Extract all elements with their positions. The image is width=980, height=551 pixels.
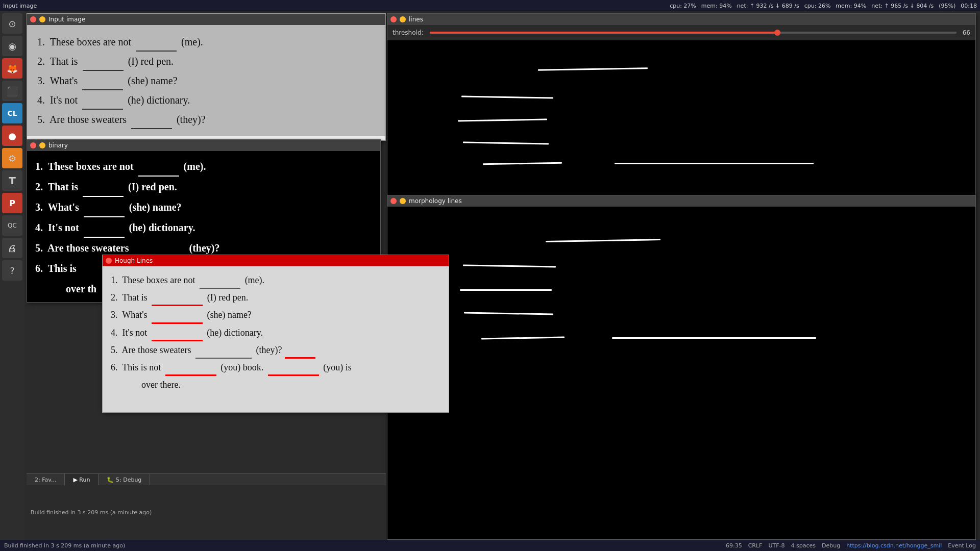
sidebar-btn-orange[interactable]: ⚙ (2, 148, 22, 168)
bottom-panel: 2: Fav... ▶ Run 🐛 5: Debug Build finishe… (27, 473, 386, 540)
close-btn-lines[interactable] (390, 16, 397, 22)
input-line-2: 2. That is (I) red pen. (37, 52, 375, 71)
sidebar-btn-red1[interactable]: ● (2, 126, 22, 146)
win-input-title: Input image (48, 16, 85, 23)
panel-content: Build finished in 3 s 209 ms (a minute a… (27, 485, 386, 540)
statusbar: Build finished in 3 s 209 ms (a minute a… (0, 540, 980, 551)
sidebar-btn-help[interactable]: ? (2, 260, 22, 281)
morph-detected-line (481, 337, 565, 340)
win-lines-title: lines (409, 16, 423, 23)
binary-line-3: 3. What's (she) name? (35, 197, 372, 217)
sidebar-btn-2[interactable]: ◉ (2, 36, 22, 56)
win-morph-title: morphology lines (409, 197, 462, 205)
close-btn-hough[interactable] (106, 258, 112, 264)
slider-thumb[interactable] (774, 30, 780, 36)
sidebar-btn-P[interactable]: P (2, 193, 22, 213)
win-input-titlebar[interactable]: Input image (27, 14, 385, 25)
net2-stat: net: ↑ 965 /s ↓ 804 /s (871, 3, 934, 9)
tab-run[interactable]: ▶ Run (65, 474, 99, 485)
debug-mode: Debug (822, 542, 840, 549)
morph-detected-line (464, 312, 553, 315)
battery-indicator: (95%) (939, 3, 955, 9)
min-btn-input[interactable] (39, 16, 45, 22)
threshold-value: 66 (963, 29, 970, 36)
cursor-position: 69:35 (726, 542, 742, 549)
line-ending: CRLF (748, 542, 763, 549)
binary-line-2: 2. That is (I) red pen. (35, 177, 372, 197)
min-btn-morph[interactable] (400, 198, 406, 204)
morph-canvas (387, 207, 975, 539)
input-line-3: 3. What's (she) name? (37, 71, 375, 90)
threshold-bar: threshold: 66 (387, 25, 975, 40)
win-lines-titlebar[interactable]: lines (387, 14, 975, 25)
cpu1-stat: cpu: 27% (670, 3, 696, 9)
detected-line (538, 67, 648, 71)
sidebar-btn-print[interactable]: 🖨 (2, 238, 22, 258)
cpu2-stat: cpu: 26% (804, 3, 831, 9)
close-btn-morph[interactable] (390, 198, 397, 204)
threshold-label: threshold: (393, 29, 424, 36)
win-input: Input image 1. These boxes are not (me).… (27, 13, 386, 141)
close-btn-binary[interactable] (30, 142, 36, 148)
detected-line (463, 142, 549, 145)
detected-line (483, 162, 562, 165)
clock: 00:18 (961, 3, 977, 9)
sidebar-btn-clion[interactable]: CL (2, 103, 22, 123)
hough-line-1: 1. These boxes are not (me). (111, 271, 440, 289)
hough-line-7: over there. (111, 376, 440, 393)
detected-line (461, 95, 553, 98)
net1-stat: net: ↑ 932 /s ↓ 689 /s (737, 3, 799, 9)
topbar-title: Input image (3, 3, 37, 9)
topbar: Input image cpu: 27% mem: 94% net: ↑ 932… (0, 0, 980, 11)
win-hough-title: Hough Lines (115, 257, 153, 264)
hough-line-3: 3. What's (she) name? (111, 306, 440, 323)
topbar-left: Input image (3, 3, 37, 9)
lines-canvas (387, 40, 975, 196)
win-hough-content: 1. These boxes are not (me). 2. That is … (103, 266, 449, 412)
file-encoding: UTF-8 (768, 542, 785, 549)
min-btn-binary[interactable] (39, 142, 45, 148)
slider-fill (430, 32, 777, 34)
mem2-stat: mem: 94% (836, 3, 866, 9)
sidebar-btn-terminal[interactable]: ⬛ (2, 81, 22, 101)
hough-line-4: 4. It's not (he) dictionary. (111, 324, 440, 341)
statusbar-right: 69:35 CRLF UTF-8 4 spaces Debug https://… (726, 542, 976, 549)
csdn-link[interactable]: https://blog.csdn.net/hongge_smil (846, 542, 942, 549)
build-finished: Build finished in 3 s 209 ms (a minute a… (4, 542, 125, 549)
sidebar-btn-QC[interactable]: QC (2, 215, 22, 236)
build-status: Build finished in 3 s 209 ms (a minute a… (31, 509, 152, 516)
threshold-slider[interactable] (430, 32, 957, 34)
morph-detected-line (612, 337, 816, 339)
event-log[interactable]: Event Log (948, 542, 976, 549)
sidebar: ⊙ ◉ 🦊 ⬛ CL ● ⚙ T P QC 🖨 ? (0, 11, 24, 551)
win-lines: lines threshold: 66 (387, 13, 976, 197)
min-btn-lines[interactable] (400, 16, 406, 22)
close-btn-input[interactable] (30, 16, 36, 22)
sidebar-btn-1[interactable]: ⊙ (2, 13, 22, 34)
tab-fav[interactable]: 2: Fav... (27, 474, 65, 485)
indent-spaces: 4 spaces (791, 542, 816, 549)
sidebar-btn-firefox[interactable]: 🦊 (2, 58, 22, 79)
win-hough-titlebar[interactable]: Hough Lines (103, 255, 449, 266)
win-binary-titlebar[interactable]: binary (27, 140, 380, 151)
input-line-1: 1. These boxes are not (me). (37, 32, 375, 52)
tab-debug[interactable]: 🐛 5: Debug (99, 474, 150, 485)
input-line-5: 5. Are those sweaters (they)? (37, 110, 375, 129)
win-binary-title: binary (48, 142, 68, 149)
sidebar-btn-T[interactable]: T (2, 170, 22, 191)
statusbar-left: Build finished in 3 s 209 ms (a minute a… (4, 542, 125, 549)
detected-line (615, 163, 814, 164)
win-hough: Hough Lines 1. These boxes are not (me).… (102, 255, 449, 413)
topbar-right: cpu: 27% mem: 94% net: ↑ 932 /s ↓ 689 /s… (670, 3, 977, 9)
input-line-4: 4. It's not (he) dictionary. (37, 90, 375, 110)
morph-detected-line (546, 239, 660, 242)
hough-line-6: 6. This is not (you) book. (you) is (111, 359, 440, 376)
win-morph-titlebar[interactable]: morphology lines (387, 195, 975, 207)
hough-line-2: 2. That is (I) red pen. (111, 289, 440, 306)
morph-detected-line (460, 289, 552, 291)
binary-line-1: 1. These boxes are not (me). (35, 156, 372, 177)
win-input-content: 1. These boxes are not (me). 2. That is … (27, 25, 385, 136)
morph-detected-line (463, 264, 556, 267)
mem1-stat: mem: 94% (701, 3, 732, 9)
detected-line (458, 118, 547, 121)
